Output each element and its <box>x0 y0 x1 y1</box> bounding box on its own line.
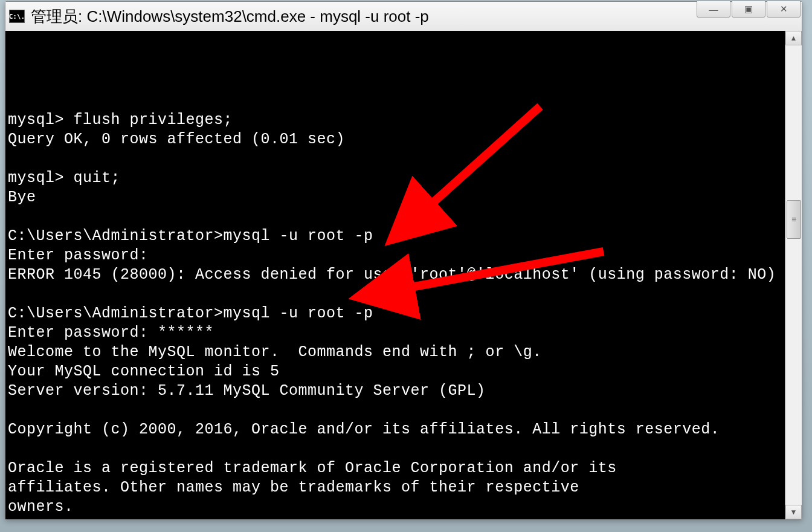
terminal-line <box>8 285 782 304</box>
terminal-line: Query OK, 0 rows affected (0.01 sec) <box>8 130 782 149</box>
terminal-line: C:\Users\Administrator>mysql -u root -p <box>8 304 782 323</box>
terminal-area: mysql> flush privileges;Query OK, 0 rows… <box>5 31 802 519</box>
title-bar[interactable]: C:\. 管理员: C:\Windows\system32\cmd.exe - … <box>5 2 802 31</box>
terminal-line <box>8 401 782 420</box>
terminal-line: owners. <box>8 498 782 517</box>
terminal-line <box>8 207 782 227</box>
scroll-down-button[interactable]: ▼ <box>785 505 802 519</box>
terminal-line: Enter password: ****** <box>8 323 782 343</box>
window-controls: — ▣ ✕ <box>697 1 801 18</box>
window-title: 管理员: C:\Windows\system32\cmd.exe - mysql… <box>31 6 429 27</box>
scroll-up-button[interactable]: ▲ <box>785 31 802 45</box>
terminal-line: ERROR 1045 (28000): Access denied for us… <box>8 265 782 285</box>
scroll-thumb[interactable] <box>787 200 801 239</box>
app-icon: C:\. <box>9 10 25 23</box>
terminal-line: Enter password: <box>8 246 782 265</box>
cmd-window: C:\. 管理员: C:\Windows\system32\cmd.exe - … <box>5 1 802 520</box>
terminal-line <box>8 517 782 519</box>
terminal-line: mysql> flush privileges; <box>8 111 782 130</box>
terminal-output[interactable]: mysql> flush privileges;Query OK, 0 rows… <box>5 31 785 519</box>
vertical-scrollbar[interactable]: ▲ ▼ <box>785 31 802 519</box>
terminal-line: Copyright (c) 2000, 2016, Oracle and/or … <box>8 420 782 440</box>
terminal-line: Bye <box>8 188 782 207</box>
terminal-line: affiliates. Other names may be trademark… <box>8 478 782 498</box>
terminal-line: Server version: 5.7.11 MySQL Community S… <box>8 381 782 401</box>
terminal-line: Oracle is a registered trademark of Orac… <box>8 459 782 478</box>
maximize-button[interactable]: ▣ <box>732 1 765 18</box>
terminal-line <box>8 149 782 169</box>
close-button[interactable]: ✕ <box>767 1 801 18</box>
terminal-line <box>8 91 782 111</box>
terminal-line: mysql> quit; <box>8 169 782 188</box>
terminal-line: Welcome to the MySQL monitor. Commands e… <box>8 343 782 362</box>
terminal-line <box>8 440 782 459</box>
terminal-line: Your MySQL connection id is 5 <box>8 362 782 381</box>
minimize-button[interactable]: — <box>697 1 730 18</box>
terminal-line: C:\Users\Administrator>mysql -u root -p <box>8 227 782 246</box>
